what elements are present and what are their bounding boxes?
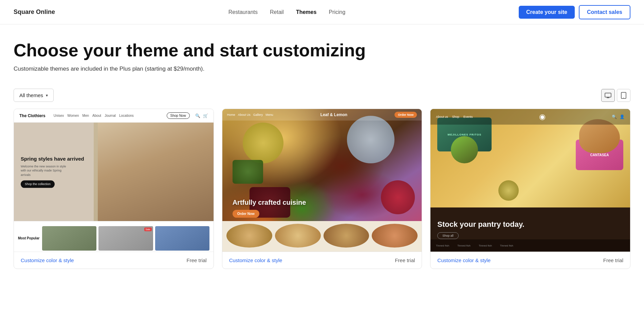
canta-customize-link[interactable]: Customize color & style	[437, 257, 491, 263]
ll-nav-links: Home About Us Gallery Menu	[227, 113, 273, 116]
leaf-trial-label: Free trial	[395, 257, 415, 263]
tc-icons: 🔍 🛒	[195, 113, 208, 118]
tc-cta-button: Shop the collection	[21, 181, 55, 188]
ll-bottom-dishes	[222, 221, 422, 252]
contact-sales-button[interactable]: Contact sales	[579, 5, 630, 19]
nav-retail[interactable]: Retail	[270, 9, 284, 15]
ca-search-icon: 🔍	[612, 114, 617, 119]
svg-point-2	[623, 97, 624, 98]
svg-rect-0	[605, 93, 611, 97]
theme-card-footer-clothiers: Customize color & style Free trial	[14, 252, 214, 269]
ll-order-button: Order Now	[394, 112, 417, 118]
tc-product-image-2: Sale	[98, 226, 153, 251]
ca-product-strip: Tinned fish Tinned fish Tinned fish Tinn…	[430, 239, 630, 252]
cart-icon: 🛒	[203, 113, 208, 118]
ll-logo: Leaf & Lemon	[320, 112, 347, 117]
canta-trial-label: Free trial	[603, 257, 623, 263]
theme-preview-canta: MEJILLONES FRITOS CANTASEA About us Shop	[430, 109, 630, 252]
header-actions: Create your site Contact sales	[519, 5, 630, 19]
ll-navbar: Home About Us Gallery Menu Leaf & Lemon …	[222, 109, 422, 121]
hero-subtitle: Customizable themes are included in the …	[14, 66, 630, 72]
ca-heading: Stock your pantry today.	[437, 220, 623, 229]
nav-restaurants[interactable]: Restaurants	[228, 9, 258, 15]
all-themes-dropdown[interactable]: All themes ▾	[14, 89, 54, 102]
ll-dish-2	[275, 224, 321, 248]
ca-shop-all-button: Shop all	[437, 232, 459, 239]
tc-navbar: The Clothiers Unisex Women Men About Jou…	[14, 109, 214, 123]
header: Square Online Restaurants Retail Themes …	[0, 0, 644, 24]
leaf-customize-link[interactable]: Customize color & style	[229, 257, 282, 263]
desktop-view-button[interactable]	[601, 89, 615, 102]
tc-product-images: Sale	[42, 226, 209, 251]
ca-strip-item-2: Tinned fish	[457, 244, 471, 247]
tc-logo: The Clothiers	[19, 113, 45, 118]
ca-citrus-item	[498, 180, 519, 201]
main-nav: Restaurants Retail Themes Pricing	[228, 9, 346, 15]
theme-card-footer-leaf: Customize color & style Free trial	[222, 252, 422, 269]
hero-title: Choose your theme and start customizing	[14, 41, 630, 60]
theme-card-leaf: Home About Us Gallery Menu Leaf & Lemon …	[222, 109, 422, 269]
filter-bar: All themes ▾	[0, 80, 644, 109]
tc-product-image-1	[42, 226, 96, 251]
tc-nav-links: Unisex Women Men About Journal Locations	[54, 114, 161, 117]
ll-food-item-peach	[381, 180, 415, 214]
ca-navbar: About us Shop Events ◉ 🔍 👤	[430, 109, 630, 125]
ca-bowl-item	[451, 136, 478, 163]
ll-food-item-bowl	[347, 116, 394, 163]
ca-strip-item-3: Tinned fish	[479, 244, 492, 247]
tc-products-bar: Most Popular Sale	[14, 221, 214, 252]
themes-grid: The Clothiers Unisex Women Men About Jou…	[0, 109, 644, 283]
tc-product-image-3	[155, 226, 209, 251]
ca-strip-item-4: Tinned fish	[500, 244, 513, 247]
all-themes-label: All themes	[19, 92, 43, 98]
tc-hero-text: Spring styles have arrived Welcome the n…	[21, 156, 84, 188]
view-toggle	[601, 89, 630, 102]
tablet-icon	[621, 92, 626, 99]
chevron-down-icon: ▾	[46, 93, 48, 98]
ll-food-item-greens	[233, 160, 263, 184]
ca-strip-item-1: Tinned fish	[436, 244, 449, 247]
ll-dish-1	[226, 224, 272, 248]
tablet-view-button[interactable]	[617, 89, 630, 102]
tc-hero-desc: Welcome the new season in style with our…	[21, 164, 68, 177]
ll-dish-3	[324, 224, 369, 248]
tc-shop-now: Shop Now	[167, 112, 190, 119]
logo: Square Online	[14, 8, 55, 16]
ll-hero-text: Artfully crafted cuisine Order Now	[233, 198, 306, 218]
search-icon: 🔍	[195, 113, 200, 118]
theme-preview-leaf: Home About Us Gallery Menu Leaf & Lemon …	[222, 109, 422, 252]
theme-preview-clothiers: The Clothiers Unisex Women Men About Jou…	[14, 109, 214, 252]
ll-dish-4	[372, 224, 418, 248]
tc-hero-heading: Spring styles have arrived	[21, 156, 84, 163]
ll-hero-image: Home About Us Gallery Menu Leaf & Lemon …	[222, 109, 422, 252]
theme-card-canta: MEJILLONES FRITOS CANTASEA About us Shop	[430, 109, 630, 269]
tc-hero-section: Spring styles have arrived Welcome the n…	[14, 123, 214, 221]
theme-card-footer-canta: Customize color & style Free trial	[430, 252, 630, 269]
ca-logo: ◉	[539, 112, 546, 121]
tc-hero-person-image	[98, 123, 214, 221]
ll-hero-heading: Artfully crafted cuisine	[233, 198, 306, 206]
ll-food-item-apple	[243, 123, 283, 163]
ca-icons: 🔍 👤	[612, 114, 625, 119]
ca-nav-links: About us Shop Events	[436, 115, 473, 119]
tc-sale-badge: Sale	[144, 228, 152, 231]
clothiers-trial-label: Free trial	[186, 257, 206, 263]
nav-themes[interactable]: Themes	[296, 9, 316, 15]
ll-order-now-cta: Order Now	[233, 210, 259, 218]
hero-section: Choose your theme and start customizing …	[0, 24, 644, 80]
theme-card-clothiers: The Clothiers Unisex Women Men About Jou…	[14, 109, 214, 269]
tc-popular-label: Most Popular	[18, 236, 39, 240]
clothiers-customize-link[interactable]: Customize color & style	[21, 257, 74, 263]
nav-pricing[interactable]: Pricing	[329, 9, 345, 15]
monitor-icon	[605, 93, 611, 98]
create-site-button[interactable]: Create your site	[519, 6, 575, 19]
ca-user-icon: 👤	[620, 114, 625, 119]
